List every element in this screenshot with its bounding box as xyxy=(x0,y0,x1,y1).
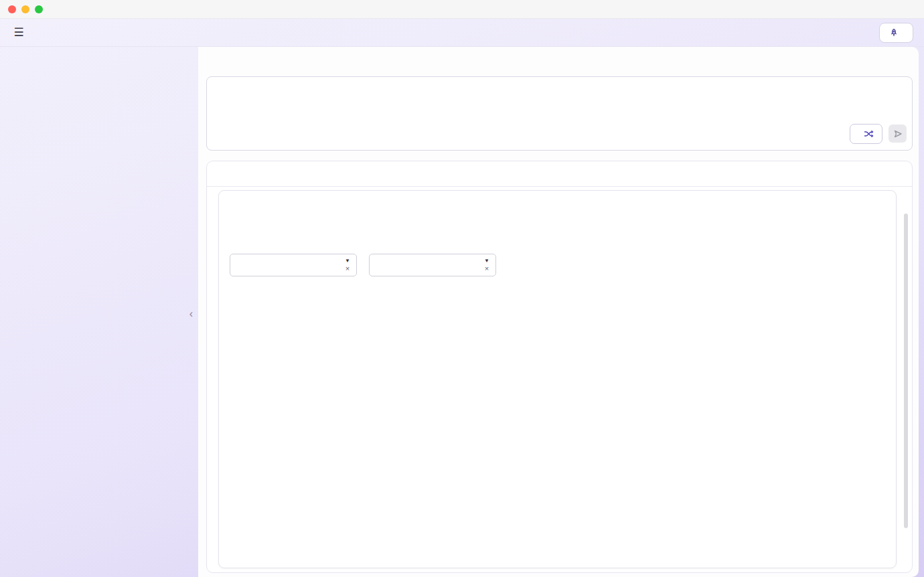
remix-button[interactable] xyxy=(850,124,882,144)
shuffle-icon xyxy=(864,130,874,138)
clear-icon[interactable]: × xyxy=(485,265,489,272)
rocket-icon xyxy=(889,28,899,37)
package-limit-dropdown[interactable]: ▼ × xyxy=(369,254,496,276)
main-panel: ▼ × ▼ × xyxy=(198,47,919,577)
send-button[interactable] xyxy=(889,125,907,143)
tab-bar xyxy=(207,161,912,187)
minimize-window-icon[interactable] xyxy=(21,5,29,13)
tab-card: ▼ × ▼ × xyxy=(206,161,913,573)
chevron-down-icon[interactable]: ▼ xyxy=(484,258,489,264)
chart-preview-card: ▼ × ▼ × xyxy=(218,190,897,568)
sidebar-collapse-icon[interactable]: ‹ xyxy=(189,308,193,320)
menu-icon[interactable]: ☰ xyxy=(11,25,27,41)
timeline-scatter-chart xyxy=(219,284,897,568)
vertical-scrollbar[interactable] xyxy=(904,214,908,528)
close-window-icon[interactable] xyxy=(8,5,16,13)
maximize-window-icon[interactable] xyxy=(35,5,43,13)
sidebar: ‹ xyxy=(0,47,198,577)
chart-outline-editor xyxy=(206,76,913,151)
chevron-down-icon[interactable]: ▼ xyxy=(345,258,350,264)
chart-outline-input[interactable] xyxy=(215,84,904,124)
clear-icon[interactable]: × xyxy=(345,265,350,272)
breadcrumb-bar: ☰ xyxy=(0,19,924,47)
window-titlebar xyxy=(0,0,924,19)
timeline-type-dropdown[interactable]: ▼ × xyxy=(230,254,357,276)
send-icon xyxy=(893,129,903,139)
publish-button[interactable] xyxy=(879,23,913,43)
